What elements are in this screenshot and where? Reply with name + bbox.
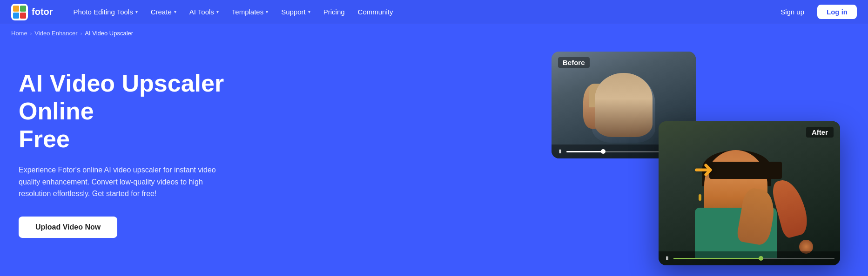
chevron-down-icon: ▾	[266, 9, 268, 14]
signup-button[interactable]: Sign up	[773, 5, 812, 19]
breadcrumb-separator: ›	[30, 31, 32, 36]
pause-icon: ⏸	[557, 148, 563, 155]
navigation: fotor Photo Editing Tools ▾ Create ▾ AI …	[0, 0, 868, 24]
pause-icon-after: ⏸	[664, 255, 670, 262]
breadcrumb-current: AI Video Upscaler	[85, 30, 133, 37]
arrow-icon: ➜	[693, 155, 714, 183]
breadcrumb: Home › Video Enhancer › AI Video Upscale…	[0, 24, 868, 42]
logo-icon	[11, 4, 28, 20]
svg-rect-0	[13, 6, 19, 12]
svg-rect-3	[20, 13, 26, 19]
nav-item-pricing[interactable]: Pricing	[318, 5, 350, 19]
chevron-down-icon: ▾	[174, 9, 176, 14]
hero-section: AI Video Upscaler Online Free Experience…	[0, 42, 868, 270]
after-card: After ⏸	[659, 121, 840, 265]
after-video-frame	[659, 121, 840, 265]
after-controls[interactable]: ⏸	[659, 251, 840, 265]
hero-content: AI Video Upscaler Online Free Experience…	[19, 70, 279, 238]
after-progress-fill	[673, 258, 762, 259]
before-progress-dot	[601, 149, 606, 154]
after-progress-bar[interactable]	[673, 258, 834, 259]
chevron-down-icon: ▾	[308, 9, 310, 14]
after-earring	[699, 194, 701, 201]
chevron-down-icon: ▾	[135, 9, 138, 14]
login-button[interactable]: Log in	[817, 5, 857, 19]
nav-actions: Sign up Log in	[773, 5, 857, 19]
svg-rect-1	[20, 6, 26, 12]
nav-item-photo-editing[interactable]: Photo Editing Tools ▾	[68, 5, 143, 19]
before-face	[595, 80, 650, 110]
breadcrumb-video-enhancer[interactable]: Video Enhancer	[34, 30, 77, 37]
upload-video-button[interactable]: Upload Video Now	[19, 217, 117, 238]
nav-menu: Photo Editing Tools ▾ Create ▾ AI Tools …	[68, 5, 774, 19]
brand-name: fotor	[32, 7, 53, 17]
after-label: After	[806, 127, 834, 138]
chevron-down-icon: ▾	[216, 9, 219, 14]
nav-item-ai-tools[interactable]: AI Tools ▾	[184, 5, 224, 19]
before-person	[592, 73, 655, 143]
logo[interactable]: fotor	[11, 4, 53, 20]
nav-item-community[interactable]: Community	[352, 5, 399, 19]
nav-item-create[interactable]: Create ▾	[145, 5, 182, 19]
after-progress-dot	[759, 256, 763, 261]
nav-item-templates[interactable]: Templates ▾	[226, 5, 274, 19]
before-dress-strap	[589, 84, 632, 107]
after-hair-detail	[709, 162, 782, 179]
nav-item-support[interactable]: Support ▾	[276, 5, 316, 19]
hero-title: AI Video Upscaler Online Free	[19, 70, 279, 153]
before-arm	[583, 84, 612, 129]
svg-rect-2	[13, 13, 19, 19]
hero-description: Experience Fotor's online AI video upsca…	[19, 164, 233, 200]
before-label: Before	[558, 57, 590, 68]
video-comparison: Before ⏸ ➜	[552, 52, 840, 265]
breadcrumb-separator: ›	[81, 31, 82, 36]
before-progress-fill	[566, 151, 604, 152]
breadcrumb-home[interactable]: Home	[11, 30, 27, 37]
